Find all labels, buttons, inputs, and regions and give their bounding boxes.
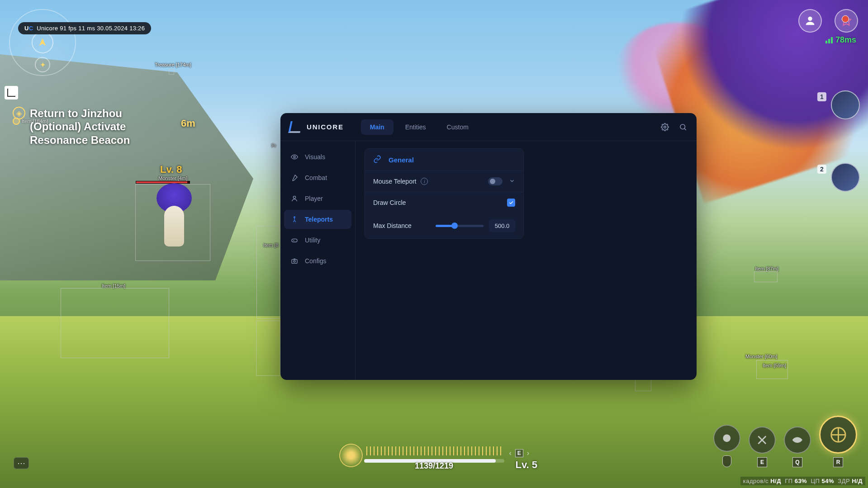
- compass-bar: [366, 446, 502, 455]
- perf-fps-v: Н/Д: [770, 478, 781, 484]
- skill-3[interactable]: Q: [784, 426, 811, 467]
- sidebar-item-configs[interactable]: Configs: [284, 251, 351, 270]
- party-avatar-1: [831, 90, 860, 119]
- row-mouse-teleport: Mouse Teleport i: [365, 171, 523, 192]
- skill-1-icon: [713, 425, 740, 452]
- profile-icon[interactable]: [798, 9, 822, 33]
- esp-monster-box: [135, 184, 210, 261]
- gamepad-icon: [290, 236, 299, 244]
- svg-point-3: [664, 126, 666, 128]
- party-avatar-2: [831, 163, 860, 192]
- svg-rect-8: [292, 239, 297, 242]
- player-level: Lv. 5: [516, 459, 538, 471]
- row-draw-circle: Draw Circle: [365, 192, 523, 213]
- svg-point-6: [293, 196, 295, 199]
- overlay-time: 13:26: [129, 25, 145, 32]
- panel-logo: UNICORE: [289, 121, 344, 133]
- top-right-icons: [798, 9, 858, 33]
- resonance-orb-icon[interactable]: [339, 444, 363, 467]
- quest-line-1: Return to Jinzhou: [30, 107, 130, 120]
- overlay-frametime: 11 ms: [78, 25, 95, 32]
- mouse-teleport-label: Mouse Teleport: [373, 178, 416, 185]
- sidebar-label: Teleports: [305, 216, 333, 223]
- esp-monster-close: Monster [4m]: [158, 175, 187, 181]
- tab-entities[interactable]: Entities: [396, 119, 435, 135]
- event-icon[interactable]: [835, 9, 858, 33]
- skill-1-key-mouse-icon: [722, 455, 731, 467]
- mouse-teleport-toggle[interactable]: [488, 177, 503, 185]
- bg-mountain: [0, 54, 253, 280]
- gear-icon[interactable]: [660, 123, 669, 132]
- eye-icon: [290, 153, 299, 161]
- overlay-fps: 91 fps: [60, 25, 76, 32]
- skill-3-icon: [784, 426, 811, 454]
- bg-tree: [615, 23, 741, 122]
- party-slot-2[interactable]: 2: [828, 163, 860, 194]
- quest-tracker: ◈ Return to Jinzhou (Optional) Activate …: [13, 107, 130, 147]
- skill-4-key: R: [833, 457, 843, 467]
- enemy-healthbar: [136, 181, 190, 184]
- quest-text: Return to Jinzhou (Optional) Activate Re…: [30, 107, 130, 147]
- sidebar-item-player[interactable]: Player: [284, 189, 351, 208]
- teleport-icon: [290, 215, 299, 223]
- sword-icon: [290, 174, 299, 182]
- esp-fr-label: Fr: [271, 143, 276, 148]
- logo-text: UNICORE: [307, 123, 344, 131]
- skill-4-icon: [819, 416, 857, 454]
- panel-header-actions: [660, 123, 688, 132]
- sidebar-item-teleports[interactable]: Teleports: [284, 210, 351, 229]
- panel-tabs: Main Entities Custom: [361, 119, 478, 135]
- perf-cpu-v: 54%: [822, 478, 835, 484]
- game-screenshot: Treasure [174m] Fr Lv. 8 Monster [4m] It…: [0, 0, 868, 488]
- party-slot-1[interactable]: 1: [828, 90, 860, 122]
- perf-cpu-k: ЦП: [811, 478, 820, 484]
- brand-name: Unicore: [37, 25, 58, 32]
- card-title: General: [389, 156, 414, 164]
- party-slot-1-num: 1: [817, 92, 826, 101]
- sidebar-label: Visuals: [305, 153, 325, 161]
- sidebar-label: Combat: [305, 174, 327, 181]
- sidebar-item-combat[interactable]: Combat: [284, 168, 351, 187]
- tab-custom[interactable]: Custom: [438, 119, 478, 135]
- search-icon[interactable]: [678, 123, 688, 132]
- camera-icon: [290, 257, 299, 265]
- quest-log-button[interactable]: [5, 86, 18, 99]
- ping-value: 78ms: [835, 35, 856, 45]
- chevron-right-icon: ›: [527, 449, 529, 457]
- skill-2[interactable]: E: [749, 426, 776, 467]
- svg-point-1: [723, 435, 731, 442]
- sidebar-item-visuals[interactable]: Visuals: [284, 147, 351, 166]
- panel-sidebar: Visuals Combat Player Teleports Utility: [280, 141, 356, 380]
- stamina-text: 1139/1219: [415, 461, 453, 471]
- svg-point-5: [294, 156, 295, 158]
- perf-gpu-k: ГП: [785, 478, 792, 484]
- signal-icon: [825, 37, 833, 43]
- tab-main[interactable]: Main: [361, 119, 394, 135]
- unicore-panel: UNICORE Main Entities Custom Visual: [280, 113, 697, 380]
- max-distance-value[interactable]: 500.0: [489, 219, 515, 232]
- logo-icon: [289, 121, 301, 133]
- svg-point-10: [294, 261, 295, 262]
- svg-point-7: [294, 217, 295, 218]
- skill-1[interactable]: [713, 425, 740, 467]
- brand-c: C: [29, 25, 33, 32]
- max-distance-slider[interactable]: [436, 225, 484, 227]
- esp-treasure-box: [169, 69, 174, 75]
- perf-gpu-v: 63%: [795, 478, 807, 484]
- draw-circle-checkbox[interactable]: [507, 199, 515, 207]
- perf-hp-v: Н/Д: [852, 478, 863, 484]
- chevron-down-icon[interactable]: [509, 178, 515, 185]
- panel-content: General Mouse Teleport i: [356, 141, 697, 380]
- esp-treasure-label: Treasure [174m]: [155, 62, 191, 67]
- chevron-left-icon: ‹: [509, 449, 512, 457]
- more-button[interactable]: ⋯: [14, 457, 29, 469]
- esp-item-8: Item [8: [263, 242, 279, 248]
- minimap[interactable]: ✦: [6, 6, 79, 79]
- compass-east: ‹ E ›: [509, 449, 530, 457]
- perf-overlay: кадров/с Н/Д ГП 63% ЦП 54% ЗДР Н/Д: [740, 477, 865, 485]
- skill-4[interactable]: R: [819, 416, 857, 467]
- svg-rect-9: [292, 260, 297, 264]
- info-icon[interactable]: i: [421, 178, 428, 185]
- link-icon: [373, 155, 382, 164]
- sidebar-item-utility[interactable]: Utility: [284, 231, 351, 250]
